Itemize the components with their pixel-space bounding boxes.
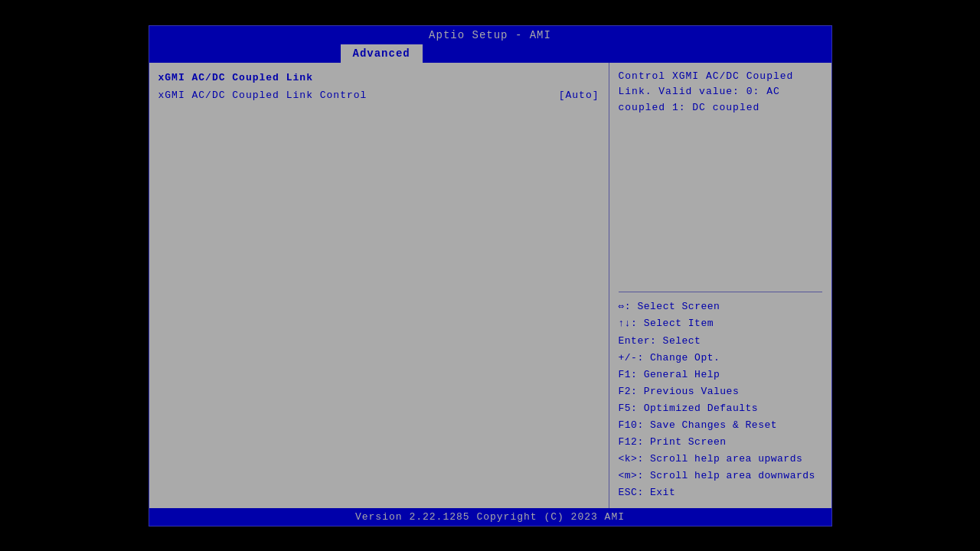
key-hint-select-screen: ⇔: Select Screen — [619, 298, 822, 315]
section-header: xGMI AC/DC Coupled Link — [149, 69, 609, 86]
key-hint-change-opt: +/-: Change Opt. — [619, 350, 822, 367]
key-hint-m: <m>: Scroll help area downwards — [619, 468, 822, 484]
menu-item-value: [Auto] — [559, 90, 599, 101]
footer-bar: Version 2.22.1285 Copyright (C) 2023 AMI — [149, 508, 831, 526]
bios-container: Aptio Setup - AMI Advanced xGMI AC/DC Co… — [149, 25, 832, 527]
key-hint-f1: F1: General Help — [619, 367, 822, 383]
key-hint-enter: Enter: Select — [619, 333, 822, 350]
key-hint-f12: F12: Print Screen — [619, 434, 822, 451]
key-hint-f2: F2: Previous Values — [619, 383, 822, 400]
footer-text: Version 2.22.1285 Copyright (C) 2023 AMI — [355, 511, 625, 523]
tab-advanced[interactable]: Advanced — [341, 44, 423, 63]
menu-item-label: xGMI AC/DC Coupled Link Control — [158, 90, 559, 101]
key-hint-k: <k>: Scroll help area upwards — [619, 451, 822, 468]
left-panel: xGMI AC/DC Coupled Link xGMI AC/DC Coupl… — [149, 63, 609, 508]
menu-item-xgmi-control[interactable]: xGMI AC/DC Coupled Link Control [Auto] — [149, 86, 609, 104]
key-hint-f10: F10: Save Changes & Reset — [619, 417, 822, 434]
help-text: Control XGMI AC/DC CoupledLink. Valid va… — [619, 69, 822, 286]
key-hint-f5: F5: Optimized Defaults — [619, 400, 822, 417]
key-hints: ⇔: Select Screen ↑↓: Select Item Enter: … — [619, 298, 822, 501]
right-panel: Control XGMI AC/DC CoupledLink. Valid va… — [609, 63, 831, 508]
nav-bar: Advanced — [149, 44, 831, 63]
key-hint-esc: ESC: Exit — [619, 484, 822, 501]
main-content: xGMI AC/DC Coupled Link xGMI AC/DC Coupl… — [149, 63, 831, 508]
title-text: Aptio Setup - AMI — [429, 29, 551, 41]
title-bar: Aptio Setup - AMI — [149, 26, 831, 44]
key-hint-select-item: ↑↓: Select Item — [619, 315, 822, 332]
help-divider — [619, 292, 822, 292]
